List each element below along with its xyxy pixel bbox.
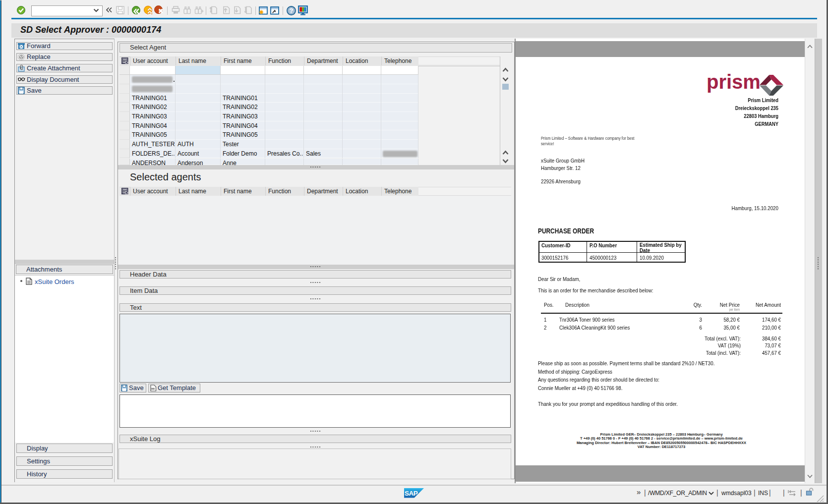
- svg-text:SAP: SAP: [405, 490, 418, 497]
- svg-text:?: ?: [290, 7, 294, 14]
